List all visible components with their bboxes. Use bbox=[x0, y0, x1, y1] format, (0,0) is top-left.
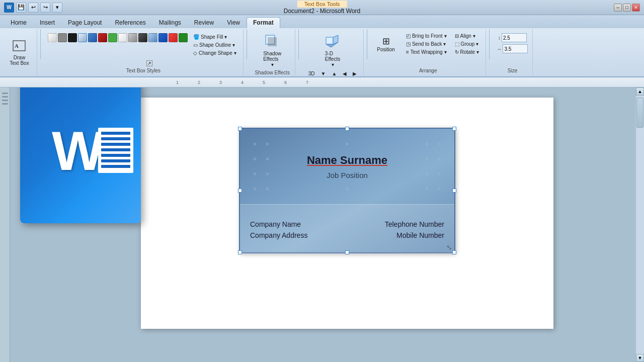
position-button[interactable]: ⊞ Position bbox=[374, 34, 397, 54]
scroll-down-button[interactable]: ▼ bbox=[636, 354, 644, 362]
bring-front-arrow: ▾ bbox=[444, 33, 447, 39]
send-back-icon: ◳ bbox=[406, 41, 411, 47]
word-logo-letter: W bbox=[52, 119, 104, 183]
rotate-button[interactable]: ↻ Rotate ▾ bbox=[452, 48, 481, 56]
arrange-group-label: Arrange bbox=[374, 67, 481, 73]
card-top-section: Name Surname Job Position bbox=[240, 129, 454, 204]
svg-point-12 bbox=[266, 157, 269, 160]
send-to-back-button[interactable]: ◳ Send to Back ▾ bbox=[404, 40, 449, 48]
card-left-info: Company Name Company Address bbox=[250, 220, 307, 239]
3d-toggle-button[interactable]: 3D bbox=[306, 70, 317, 77]
group-button[interactable]: ⬚ Group ▾ bbox=[452, 40, 481, 48]
bring-to-front-button[interactable]: ◰ Bring to Front ▾ bbox=[404, 32, 449, 40]
resize-handle-icon[interactable]: ⤡ bbox=[445, 243, 453, 251]
style-swatch-12[interactable] bbox=[158, 33, 168, 42]
maximize-button[interactable]: □ bbox=[623, 4, 631, 12]
card-company[interactable]: Company Name bbox=[250, 220, 307, 228]
tab-review[interactable]: Review bbox=[188, 17, 220, 28]
position-icon: ⊞ bbox=[382, 36, 390, 47]
ruler: 1 2 3 4 5 6 7 bbox=[0, 77, 644, 87]
textbox-styles-expand[interactable]: ↗ bbox=[146, 60, 152, 66]
style-swatch-13[interactable] bbox=[169, 33, 178, 42]
3d-effects-button[interactable]: 3-DEffects ▾ bbox=[321, 31, 344, 69]
tab-insert[interactable]: Insert bbox=[33, 17, 61, 28]
scrollbar-vertical[interactable]: ▲ ▼ bbox=[636, 87, 644, 362]
change-shape-button[interactable]: ◇ Change Shape ▾ bbox=[191, 49, 239, 57]
word-logo-background: W bbox=[20, 87, 141, 223]
window-controls: – □ ✕ bbox=[614, 4, 640, 12]
text-wrap-label: Text Wrapping bbox=[411, 49, 443, 55]
tilt-up-button[interactable]: ▲ bbox=[329, 70, 339, 77]
doc-line-4 bbox=[101, 148, 130, 151]
width-input[interactable] bbox=[503, 44, 528, 53]
style-swatch-9[interactable] bbox=[128, 33, 137, 42]
sidebar-mark-2 bbox=[2, 96, 8, 98]
redo-button[interactable]: ↪ bbox=[40, 3, 50, 13]
tab-format[interactable]: Format bbox=[247, 17, 280, 28]
style-swatch-6[interactable] bbox=[98, 33, 107, 42]
shape-fill-button[interactable]: 🪣 Shape Fill ▾ bbox=[191, 33, 239, 41]
save-button[interactable]: 💾 bbox=[16, 3, 26, 13]
tab-references[interactable]: References bbox=[108, 17, 152, 28]
3d-arrow: ▾ bbox=[332, 62, 334, 67]
scroll-thumb[interactable] bbox=[636, 98, 643, 128]
card-telephone[interactable]: Telephone Number bbox=[385, 220, 444, 228]
style-swatch-10[interactable] bbox=[138, 33, 147, 42]
business-card[interactable]: Name Surname Job Position Company Name C… bbox=[239, 128, 455, 253]
doc-line-5 bbox=[101, 154, 130, 157]
tilt-left-button[interactable]: ◀ bbox=[340, 70, 349, 77]
style-swatch-8[interactable] bbox=[118, 33, 127, 42]
tab-mailings[interactable]: Mailings bbox=[152, 17, 188, 28]
text-wrapping-button[interactable]: ≡ Text Wrapping ▾ bbox=[404, 48, 449, 56]
style-swatch-11[interactable] bbox=[148, 33, 157, 42]
svg-point-20 bbox=[438, 157, 441, 160]
text-wrap-icon: ≡ bbox=[406, 49, 409, 55]
scroll-up-button[interactable]: ▲ bbox=[636, 87, 644, 96]
left-sidebar bbox=[0, 87, 10, 362]
tab-page-layout[interactable]: Page Layout bbox=[61, 17, 108, 28]
style-swatch-7[interactable] bbox=[108, 33, 117, 42]
style-swatch-14[interactable] bbox=[179, 33, 188, 42]
tab-view[interactable]: View bbox=[220, 17, 247, 28]
style-swatch-1[interactable] bbox=[48, 33, 57, 42]
document-area: W bbox=[0, 87, 644, 362]
svg-point-7 bbox=[254, 142, 257, 145]
textbox-styles-items: 🪣 Shape Fill ▾ ▭ Shape Outline ▾ ◇ Chang… bbox=[48, 31, 239, 67]
card-right-info: Telephone Number Mobile Number bbox=[385, 220, 444, 239]
style-swatch-2[interactable] bbox=[58, 33, 67, 42]
group-label: Group bbox=[461, 41, 475, 47]
svg-rect-3 bbox=[268, 37, 277, 46]
svg-point-9 bbox=[254, 172, 257, 175]
tilt-right-button[interactable]: ▶ bbox=[350, 70, 359, 77]
word-logo-overlay: W bbox=[20, 87, 146, 233]
title-bar-left: W 💾 ↩ ↪ ▾ bbox=[4, 3, 62, 13]
draw-textbox-button[interactable]: A DrawText Box bbox=[7, 36, 31, 67]
shadow-items: ShadowEffects ▾ bbox=[261, 31, 284, 69]
tilt-down-button[interactable]: ▼ bbox=[318, 70, 329, 77]
quickaccess-dropdown[interactable]: ▾ bbox=[52, 3, 62, 13]
shape-outline-label: Shape Outline bbox=[199, 42, 231, 48]
shape-fill-label: Shape Fill bbox=[201, 34, 223, 40]
3d-items: 3-DEffects ▾ 3D ▼ ▲ ◀ ▶ bbox=[306, 31, 360, 77]
tab-home[interactable]: Home bbox=[4, 17, 33, 28]
style-swatch-4[interactable] bbox=[78, 33, 87, 42]
svg-point-19 bbox=[438, 142, 441, 145]
svg-text:A: A bbox=[15, 43, 19, 49]
shape-outline-button[interactable]: ▭ Shape Outline ▾ bbox=[191, 41, 239, 49]
style-swatch-3[interactable] bbox=[68, 33, 77, 42]
undo-button[interactable]: ↩ bbox=[28, 3, 38, 13]
card-mobile[interactable]: Mobile Number bbox=[385, 231, 444, 239]
ribbon-tab-bar: Home Insert Page Layout References Maili… bbox=[0, 15, 644, 28]
group-arrow: ▾ bbox=[476, 41, 478, 47]
minimize-button[interactable]: – bbox=[614, 4, 622, 12]
ribbon-group-shadow: ShadowEffects ▾ Shadow Effects bbox=[250, 29, 295, 75]
shadow-effects-button[interactable]: ShadowEffects ▾ bbox=[261, 31, 284, 69]
close-button[interactable]: ✕ bbox=[632, 4, 640, 12]
card-address[interactable]: Company Address bbox=[250, 231, 307, 239]
height-input[interactable] bbox=[502, 33, 527, 42]
sidebar-mark-4 bbox=[2, 103, 8, 105]
style-swatch-5[interactable] bbox=[88, 33, 97, 42]
align-button[interactable]: ⊟ Align ▾ bbox=[452, 32, 481, 40]
shadow-group-label: Shadow Effects bbox=[255, 69, 290, 75]
position-label: Position bbox=[377, 47, 395, 52]
